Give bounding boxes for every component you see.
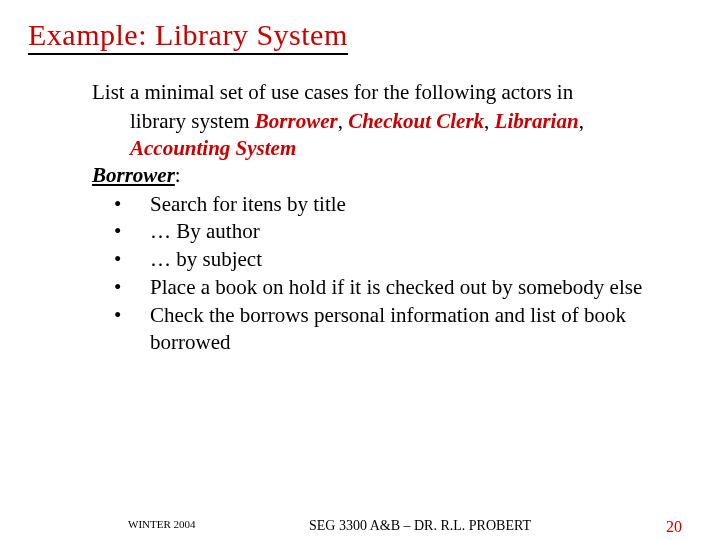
actor-borrower: Borrower <box>255 109 338 133</box>
footer-page-number: 20 <box>666 518 682 536</box>
list-item: • … by subject <box>114 246 652 273</box>
slide-content: List a minimal set of use cases for the … <box>28 79 692 356</box>
bullet-icon: • <box>114 302 150 329</box>
section-colon: : <box>175 163 181 187</box>
slide: Example: Library System List a minimal s… <box>0 0 720 356</box>
bullet-icon: • <box>114 218 150 245</box>
intro-line-2-prefix: library system <box>130 109 255 133</box>
footer-center: SEG 3300 A&B – DR. R.L. PROBERT <box>0 518 720 534</box>
intro-line-3: Accounting System <box>92 135 652 162</box>
slide-title: Example: Library System <box>28 18 348 55</box>
intro-line-1: List a minimal set of use cases for the … <box>92 79 652 106</box>
actor-librarian: Librarian <box>495 109 579 133</box>
bullet-text: Check the borrows personal information a… <box>150 302 652 356</box>
actor-accounting-system: Accounting System <box>130 136 296 160</box>
bullet-icon: • <box>114 191 150 218</box>
sep: , <box>338 109 349 133</box>
bullet-text: Search for itens by title <box>150 191 652 218</box>
bullet-text: … By author <box>150 218 652 245</box>
bullet-icon: • <box>114 274 150 301</box>
bullet-list: • Search for itens by title • … By autho… <box>92 191 652 356</box>
intro-line-2: library system Borrower, Checkout Clerk,… <box>92 108 652 135</box>
sep: , <box>484 109 495 133</box>
section-heading: Borrower: <box>92 162 652 189</box>
bullet-text: … by subject <box>150 246 652 273</box>
sep: , <box>579 109 584 133</box>
actor-checkout-clerk: Checkout Clerk <box>348 109 484 133</box>
list-item: • Place a book on hold if it is checked … <box>114 274 652 301</box>
bullet-text: Place a book on hold if it is checked ou… <box>150 274 652 301</box>
list-item: • Search for itens by title <box>114 191 652 218</box>
section-label: Borrower <box>92 163 175 187</box>
list-item: • Check the borrows personal information… <box>114 302 652 356</box>
bullet-icon: • <box>114 246 150 273</box>
list-item: • … By author <box>114 218 652 245</box>
